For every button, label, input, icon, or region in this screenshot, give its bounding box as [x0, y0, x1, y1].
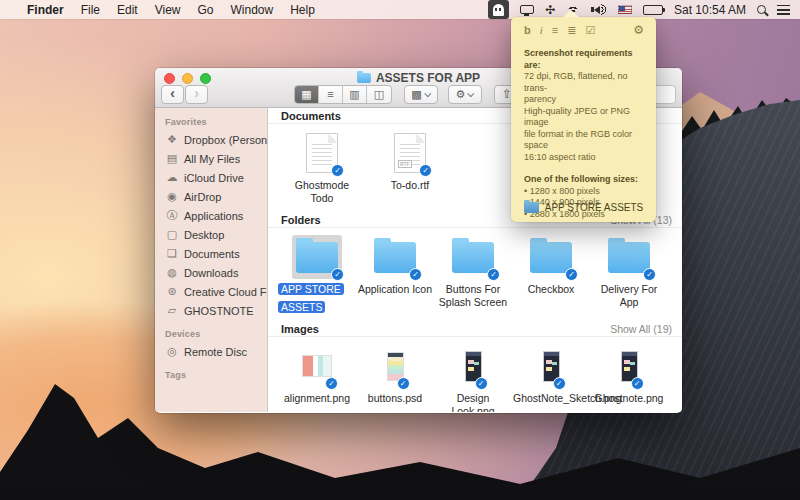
sync-badge-icon [475, 377, 488, 390]
file-item-ghostmode-todo[interactable]: Ghostmode Todo [278, 131, 366, 204]
sidebar-item-desktop[interactable]: ▢Desktop [155, 225, 267, 244]
ghostnote-popover: b i ≡ ≣ ☑ ⚙ Screenshot requirements are:… [511, 17, 656, 222]
numbered-list-button[interactable]: ≣ [567, 25, 576, 36]
folder-icon [452, 242, 494, 273]
downloads-icon: ◍ [165, 266, 179, 279]
folder-icon [296, 242, 338, 273]
battery-icon[interactable] [643, 5, 663, 15]
sidebar-item-remote-disc[interactable]: ◎Remote Disc [155, 342, 267, 361]
sidebar-item-applications[interactable]: ⒶApplications [155, 206, 267, 225]
show-all-images-link[interactable]: Show All (19) [610, 323, 672, 335]
menu-bar: Finder File Edit View Go Window Help ✣ S… [0, 0, 800, 19]
sidebar-section-favorites: Favorites [155, 117, 267, 130]
folder-item-application-icon[interactable]: Application Icon [356, 235, 434, 296]
folder-item-buttons-splash[interactable]: Buttons For Splash Screen [434, 235, 512, 308]
back-button[interactable]: ‹ [161, 85, 184, 104]
image-item-design-look[interactable]: Design Look.png [434, 344, 512, 412]
menu-help[interactable]: Help [290, 3, 315, 17]
checklist-button[interactable]: ☑ [585, 25, 595, 36]
section-header-images: Images Show All (19) [268, 321, 682, 337]
chevron-down-icon [424, 90, 431, 97]
menu-file[interactable]: File [81, 3, 100, 17]
sync-badge-icon [631, 377, 644, 390]
sync-badge-icon [397, 377, 410, 390]
folder-item-partial[interactable] [668, 235, 682, 279]
sidebar-item-all-my-files[interactable]: ▤All My Files [155, 149, 267, 168]
image-item-ghostnote-png[interactable]: Ghostnote.png [590, 344, 668, 405]
sidebar-item-documents[interactable]: ❏Documents [155, 244, 267, 263]
image-item-partial[interactable] [668, 344, 682, 388]
folder-item-delivery[interactable]: Delivery For App [590, 235, 668, 308]
action-menu-button[interactable]: ⚙ [448, 85, 482, 104]
coverflow-view-button[interactable]: ◫ [367, 86, 391, 103]
sidebar-item-icloud-drive[interactable]: ☁iCloud Drive [155, 168, 267, 187]
documents-icon: ❏ [165, 247, 179, 260]
creative-cloud-icon: ⊛ [165, 285, 179, 298]
desktop-icon: ▢ [165, 228, 179, 241]
bullet-list-button[interactable]: ≡ [552, 25, 558, 36]
menu-finder[interactable]: Finder [27, 3, 64, 17]
icon-view-button[interactable]: ▦ [295, 86, 319, 103]
sidebar-item-airdrop[interactable]: ◉AirDrop [155, 187, 267, 206]
all-my-files-icon: ▤ [165, 152, 179, 165]
menu-go[interactable]: Go [198, 3, 214, 17]
folder-icon [530, 242, 572, 273]
sidebar-item-creative-cloud[interactable]: ⊛Creative Cloud Files [155, 282, 267, 301]
list-view-button[interactable]: ≡ [319, 86, 343, 103]
note-context-target[interactable]: APP STORE ASSETS [511, 202, 656, 213]
sync-badge-icon [325, 377, 338, 390]
airdrop-icon: ◉ [165, 190, 179, 203]
folder-icon [374, 242, 416, 273]
sync-badge-icon [409, 268, 422, 281]
desktop: Finder File Edit View Go Window Help ✣ S… [0, 0, 800, 500]
menu-window[interactable]: Window [231, 3, 274, 17]
ghost-icon [493, 4, 504, 16]
volume-icon[interactable] [591, 4, 607, 15]
notification-center-icon[interactable] [777, 5, 790, 15]
folder-icon [357, 73, 371, 83]
input-source-flag-icon[interactable] [618, 5, 632, 14]
spotlight-icon[interactable] [757, 5, 766, 14]
dropbox-icon: ❖ [165, 133, 179, 146]
arrange-button[interactable]: ▩ [404, 85, 438, 104]
image-thumbnail [302, 355, 332, 377]
image-item-buttons-psd[interactable]: buttons.psd [356, 344, 434, 405]
sync-badge-icon [565, 268, 578, 281]
sidebar-section-tags: Tags [155, 370, 267, 383]
sidebar-item-dropbox[interactable]: ❖Dropbox (Personal) [155, 130, 267, 149]
sidebar-section-devices: Devices [155, 329, 267, 342]
folder-icon: ▱ [165, 304, 179, 317]
menu-view[interactable]: View [155, 3, 181, 17]
menu-edit[interactable]: Edit [117, 3, 138, 17]
sidebar-item-downloads[interactable]: ◍Downloads [155, 263, 267, 282]
airplay-display-icon[interactable] [520, 5, 534, 14]
folder-icon [524, 202, 539, 213]
note-toolbar: b i ≡ ≣ ☑ ⚙ [511, 17, 656, 40]
note-text[interactable]: Screenshot requirements are: 72 dpi, RGB… [511, 40, 656, 220]
cloud-icon: ☁ [165, 171, 179, 184]
file-item-todo-rtf[interactable]: RTF To-do.rtf [366, 131, 454, 192]
popover-arrow [563, 10, 579, 17]
sidebar: Favorites ❖Dropbox (Personal) ▤All My Fi… [155, 108, 268, 412]
sidebar-item-ghostnote[interactable]: ▱GHOSTNOTE [155, 301, 267, 320]
sync-badge-icon [553, 377, 566, 390]
forward-button[interactable]: › [185, 85, 208, 104]
italic-button[interactable]: i [540, 25, 543, 36]
folder-icon [608, 242, 650, 273]
ghostnote-menubar-icon[interactable] [488, 0, 509, 19]
folder-item-checkbox[interactable]: Checkbox [512, 235, 590, 296]
disc-icon: ◎ [165, 345, 179, 358]
menu-bar-clock[interactable]: Sat 10:54 AM [674, 3, 746, 17]
column-view-button[interactable]: ▥ [343, 86, 367, 103]
image-item-alignment[interactable]: alignment.png [278, 344, 356, 405]
sync-badge-icon [419, 164, 432, 177]
fan-status-icon[interactable]: ✣ [545, 4, 555, 16]
gear-icon[interactable]: ⚙ [633, 24, 644, 36]
chevron-down-icon [468, 90, 475, 97]
sync-badge-icon [643, 268, 656, 281]
sync-badge-icon [487, 268, 500, 281]
folder-item-app-store-assets[interactable]: APP STORE ASSETS [278, 235, 356, 315]
sync-badge-icon [331, 164, 344, 177]
image-item-ghostnote-sketch[interactable]: GhostNote_Sketch.png [512, 344, 590, 405]
bold-button[interactable]: b [524, 25, 531, 36]
